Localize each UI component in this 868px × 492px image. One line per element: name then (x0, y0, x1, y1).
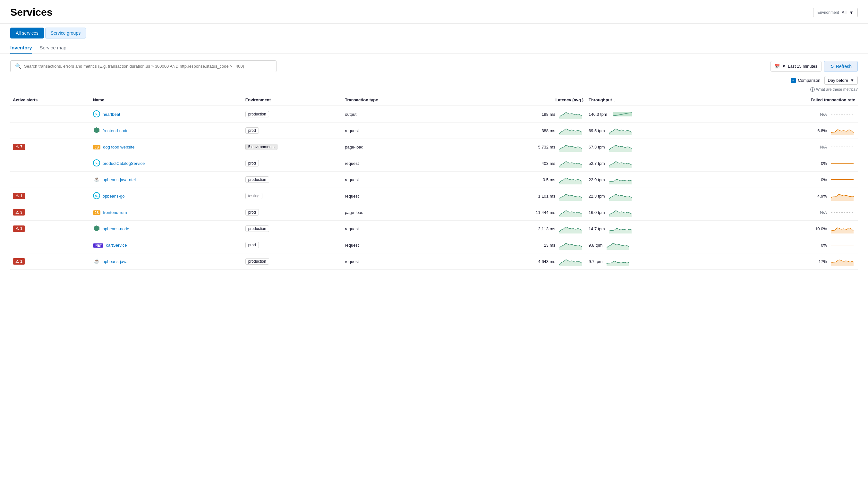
chevron-down-icon: ▼ (782, 64, 786, 69)
alert-cell: ⚠ 3 (10, 204, 91, 221)
refresh-button[interactable]: ↻ Refresh (824, 61, 858, 72)
throughput-sparkline (605, 240, 630, 250)
service-name-link[interactable]: opbeans-node (103, 226, 129, 231)
alert-cell: ⚠ 7 (10, 139, 91, 155)
latency-cell: 11,444 ms (445, 204, 586, 221)
table-row: ⚠ 1☕opbeans-javaproductionrequest4,643 m… (10, 253, 858, 270)
name-cell: opbeans-node (91, 221, 243, 237)
service-name-link[interactable]: opbeans-java (103, 259, 128, 264)
table-row: GoproductCatalogServiceprodrequest403 ms… (10, 155, 858, 172)
warning-icon: ⚠ (16, 226, 19, 231)
service-name-link[interactable]: frontend-node (103, 128, 129, 133)
failed-rate-value: N/A (820, 145, 827, 149)
latency-cell: 1,101 ms (445, 188, 586, 204)
primary-tabs: All services Service groups (0, 24, 868, 39)
col-environment: Environment (243, 94, 342, 106)
environment-tag: production (245, 258, 269, 265)
name-cell: frontend-node (91, 123, 243, 139)
comparison-period-value: Day before (828, 78, 848, 83)
service-name-link[interactable]: cartService (106, 243, 127, 248)
latency-sparkline (558, 207, 584, 217)
service-type-icon (93, 225, 100, 233)
latency-sparkline (558, 175, 584, 184)
transaction-type-cell: request (342, 172, 445, 188)
throughput-sparkline (610, 109, 636, 119)
throughput-cell: 16.0 tpm (586, 204, 725, 221)
environment-cell: production (243, 172, 342, 188)
time-picker[interactable]: 📅 ▼ Last 15 minutes (770, 61, 821, 72)
latency-value: 0.5 ms (543, 177, 555, 182)
failed-rate-value: N/A (820, 210, 827, 215)
search-input[interactable] (24, 64, 272, 69)
throughput-cell: 9.7 tpm (586, 253, 725, 270)
failed-rate-value: 17% (819, 259, 827, 264)
table-row: frontend-nodeprodrequest388 ms69.5 tpm6.… (10, 123, 858, 139)
failed-rate-value: N/A (820, 112, 827, 117)
environment-tag: production (245, 225, 269, 232)
throughput-sparkline (607, 191, 633, 201)
throughput-value: 67.3 tpm (589, 145, 605, 149)
alert-cell (10, 237, 91, 253)
service-type-icon: ☕ (93, 257, 100, 266)
latency-value: 388 ms (542, 128, 555, 133)
transaction-type-cell: request (342, 237, 445, 253)
throughput-cell: 67.3 tpm (586, 139, 725, 155)
transaction-type-cell: request (342, 253, 445, 270)
environment-tag[interactable]: 5 environments (245, 144, 277, 150)
throughput-cell: 9.8 tpm (586, 237, 725, 253)
comparison-period-select[interactable]: Day before ▼ (824, 76, 858, 85)
tab-service-groups[interactable]: Service groups (45, 28, 86, 39)
alert-cell: ⚠ 1 (10, 253, 91, 270)
service-name-link[interactable]: frontend-rum (103, 210, 127, 215)
name-cell: Goopbeans-go (91, 188, 243, 204)
refresh-label: Refresh (836, 64, 852, 69)
alert-badge[interactable]: ⚠ 7 (13, 144, 25, 150)
service-name-link[interactable]: productCatalogService (103, 161, 145, 166)
throughput-sparkline (607, 207, 633, 217)
latency-cell: 388 ms (445, 123, 586, 139)
alert-badge[interactable]: ⚠ 1 (13, 193, 25, 199)
tab-inventory[interactable]: Inventory (10, 45, 32, 54)
svg-text:☕: ☕ (94, 259, 99, 264)
services-table-container: Active alerts Name Environment Transacti… (0, 94, 868, 270)
search-wrapper: 🔍 (10, 60, 276, 72)
alert-badge[interactable]: ⚠ 1 (13, 225, 25, 232)
search-icon: 🔍 (15, 63, 22, 69)
environment-cell: prod (243, 204, 342, 221)
table-row: Goheartbeatproductionoutput198 ms146.3 t… (10, 106, 858, 123)
throughput-sparkline (607, 126, 633, 136)
service-name-link[interactable]: heartbeat (103, 112, 120, 117)
name-cell: Goheartbeat (91, 106, 243, 123)
svg-marker-4 (94, 127, 99, 133)
comparison-bar: ✓ Comparison Day before ▼ (0, 76, 868, 87)
throughput-cell: 69.5 tpm (586, 123, 725, 139)
environment-tag: prod (245, 127, 259, 134)
chevron-down-icon: ▼ (850, 78, 854, 83)
service-name-link[interactable]: dog food website (103, 145, 134, 149)
throughput-value: 9.8 tpm (589, 243, 602, 248)
throughput-value: 22.3 tpm (589, 194, 605, 199)
comparison-checkbox[interactable]: ✓ Comparison (791, 78, 820, 83)
latency-sparkline (558, 191, 584, 201)
failed-rate-value: 0% (821, 161, 827, 166)
failed-rate-cell: 17% (725, 253, 858, 270)
environment-selector[interactable]: Environment All ▼ (813, 8, 858, 17)
name-cell: ☕opbeans-java (91, 253, 243, 270)
transaction-type-cell: request (342, 155, 445, 172)
service-name-link[interactable]: opbeans-java-otel (103, 177, 136, 182)
tab-all-services[interactable]: All services (10, 28, 44, 39)
tab-service-map[interactable]: Service map (40, 45, 67, 54)
page-title: Services (10, 6, 53, 18)
throughput-value: 22.9 tpm (589, 177, 605, 182)
latency-value: 4,643 ms (538, 259, 555, 264)
throughput-value: 9.7 tpm (589, 259, 602, 264)
alert-badge[interactable]: ⚠ 3 (13, 209, 25, 216)
failed-rate-sparkline (829, 142, 855, 152)
metrics-help-link[interactable]: i What are these metrics? (0, 87, 868, 94)
environment-cell: production (243, 221, 342, 237)
service-name-link[interactable]: opbeans-go (103, 194, 125, 199)
table-row: ⚠ 1opbeans-nodeproductionrequest2,113 ms… (10, 221, 858, 237)
environment-cell: production (243, 253, 342, 270)
failed-rate-sparkline (829, 175, 855, 184)
alert-badge[interactable]: ⚠ 1 (13, 258, 25, 265)
